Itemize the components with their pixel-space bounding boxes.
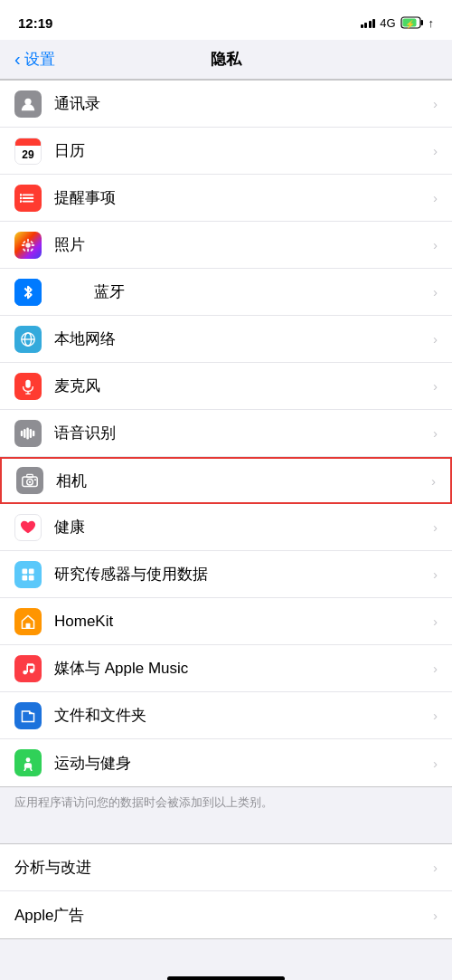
localnetwork-chevron: › bbox=[433, 331, 438, 347]
contacts-label: 通讯录 bbox=[54, 93, 433, 114]
list-item-files[interactable]: 文件和文件夹 › bbox=[0, 692, 452, 739]
svg-rect-34 bbox=[24, 429, 25, 438]
camera-row-container: 相机 › bbox=[0, 457, 452, 504]
homekit-label: HomeKit bbox=[54, 613, 433, 631]
back-label: 设置 bbox=[24, 49, 55, 70]
list-item-appleads[interactable]: Apple广告 › bbox=[0, 891, 452, 938]
speechrecognition-chevron: › bbox=[433, 425, 438, 441]
main-section: 通讯录 › 29 日历 › bbox=[0, 80, 452, 939]
home-bar bbox=[167, 976, 285, 980]
back-button[interactable]: ‹ 设置 bbox=[14, 49, 55, 70]
contacts-chevron: › bbox=[433, 96, 438, 111]
svg-rect-24 bbox=[30, 248, 33, 252]
photos-icon bbox=[14, 232, 42, 259]
list-item-microphone[interactable]: 麦克风 › bbox=[0, 363, 452, 410]
svg-rect-42 bbox=[34, 479, 36, 480]
localnetwork-icon bbox=[14, 326, 42, 353]
list-item-photos[interactable]: 照片 › bbox=[0, 222, 452, 269]
bottom-section: 分析与改进 › Apple广告 › bbox=[0, 843, 452, 939]
analytics-label: 分析与改进 bbox=[14, 857, 433, 878]
list-item-analytics[interactable]: 分析与改进 › bbox=[0, 844, 452, 891]
list-item-camera[interactable]: 相机 › bbox=[0, 457, 452, 504]
svg-rect-22 bbox=[30, 240, 33, 243]
list-item-contacts[interactable]: 通讯录 › bbox=[0, 81, 452, 128]
analytics-chevron: › bbox=[433, 860, 438, 875]
svg-rect-18 bbox=[27, 248, 29, 252]
svg-rect-11 bbox=[23, 197, 34, 199]
microphone-icon bbox=[14, 373, 42, 400]
list-item-health[interactable]: 健康 › bbox=[0, 504, 452, 551]
files-icon bbox=[14, 702, 42, 729]
svg-point-4 bbox=[24, 98, 31, 104]
signal-icon bbox=[361, 17, 376, 28]
svg-rect-17 bbox=[27, 238, 29, 242]
research-chevron: › bbox=[433, 566, 438, 582]
health-icon bbox=[14, 514, 42, 541]
svg-rect-1 bbox=[420, 20, 423, 25]
list-item-bluetooth[interactable]: ⨯︎ 蓝牙 › bbox=[0, 269, 452, 316]
list-item-speechrecognition[interactable]: 语音识别 › bbox=[0, 410, 452, 457]
home-indicator bbox=[0, 957, 452, 980]
contacts-icon bbox=[14, 90, 42, 118]
svg-line-57 bbox=[24, 768, 26, 771]
bluetooth-chevron: › bbox=[433, 284, 438, 300]
svg-rect-19 bbox=[22, 244, 25, 246]
media-icon bbox=[14, 655, 42, 682]
camera-chevron: › bbox=[431, 473, 436, 489]
svg-point-56 bbox=[26, 757, 31, 762]
speechrecognition-label: 语音识别 bbox=[54, 423, 433, 443]
nav-bar: ‹ 设置 隐私 bbox=[0, 40, 452, 80]
privacy-list: 通讯录 › 29 日历 › bbox=[0, 80, 452, 787]
svg-point-40 bbox=[29, 480, 31, 482]
fitness-chevron: › bbox=[433, 756, 438, 771]
research-icon bbox=[14, 561, 42, 588]
network-type: 4G bbox=[380, 16, 395, 30]
microphone-chevron: › bbox=[433, 378, 438, 394]
media-label: 媒体与 Apple Music bbox=[54, 658, 433, 679]
reminders-chevron: › bbox=[433, 190, 438, 205]
location-icon: ↑ bbox=[428, 16, 435, 30]
media-chevron: › bbox=[433, 661, 438, 676]
status-time: 12:19 bbox=[18, 15, 52, 31]
reminders-label: 提醒事项 bbox=[54, 187, 433, 208]
appleads-label: Apple广告 bbox=[14, 905, 433, 926]
files-chevron: › bbox=[433, 708, 438, 723]
svg-rect-21 bbox=[23, 240, 26, 243]
photos-chevron: › bbox=[433, 237, 438, 252]
calendar-icon: 29 bbox=[14, 138, 42, 165]
camera-icon bbox=[16, 467, 43, 494]
reminders-icon bbox=[14, 185, 42, 212]
list-item-reminders[interactable]: 提醒事项 › bbox=[0, 175, 452, 222]
svg-rect-35 bbox=[26, 427, 28, 439]
speechrecognition-icon bbox=[14, 420, 42, 447]
svg-rect-37 bbox=[33, 430, 34, 436]
fitness-label: 运动与健身 bbox=[54, 753, 433, 774]
svg-rect-36 bbox=[30, 429, 32, 438]
svg-point-14 bbox=[20, 196, 22, 199]
svg-rect-23 bbox=[23, 248, 26, 252]
battery-icon: ⚡ bbox=[400, 16, 424, 29]
list-item-homekit[interactable]: HomeKit › bbox=[0, 598, 452, 645]
list-item-media[interactable]: 媒体与 Apple Music › bbox=[0, 645, 452, 692]
svg-point-16 bbox=[25, 243, 30, 247]
localnetwork-label: 本地网络 bbox=[54, 328, 433, 349]
list-item-localnetwork[interactable]: 本地网络 › bbox=[0, 316, 452, 363]
svg-rect-47 bbox=[22, 575, 27, 580]
footer-note: 应用程序请访问您的数据时会被添加到以上类别。 bbox=[0, 787, 452, 825]
svg-rect-30 bbox=[25, 379, 30, 387]
health-chevron: › bbox=[433, 519, 438, 535]
page-title: 隐私 bbox=[211, 49, 241, 70]
svg-point-13 bbox=[20, 194, 22, 196]
homekit-chevron: › bbox=[433, 614, 438, 629]
list-item-research[interactable]: 研究传感器与使用数据 › bbox=[0, 551, 452, 598]
svg-point-15 bbox=[20, 200, 22, 203]
photos-label: 照片 bbox=[54, 234, 433, 255]
appleads-chevron: › bbox=[433, 908, 438, 923]
status-bar: 12:19 4G ⚡ ↑ bbox=[0, 0, 452, 40]
svg-rect-45 bbox=[22, 568, 27, 574]
camera-label: 相机 bbox=[56, 471, 431, 491]
bluetooth-label: 蓝牙 bbox=[94, 281, 433, 302]
list-item-fitness[interactable]: 运动与健身 › bbox=[0, 739, 452, 786]
fitness-icon bbox=[14, 749, 42, 776]
list-item-calendar[interactable]: 29 日历 › bbox=[0, 128, 452, 175]
